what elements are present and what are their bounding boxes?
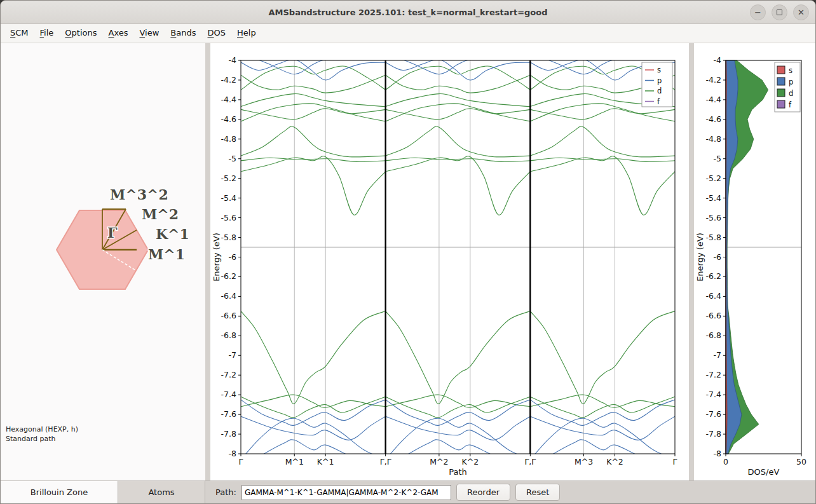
menubar: SCMFileOptionsAxesViewBandsDOSHelp <box>1 24 815 43</box>
lattice-type: Hexagonal (HEXP, h) <box>6 425 78 434</box>
svg-text:-5.6: -5.6 <box>221 213 236 222</box>
dos-yaxis-label: Energy (eV) <box>695 233 705 282</box>
svg-text:K^2: K^2 <box>462 457 479 467</box>
dos-legend: spdf <box>775 62 800 112</box>
band-legend: spdf <box>642 62 672 107</box>
tab-brillouin-zone[interactable]: Brillouin Zone <box>1 481 118 503</box>
path-controls: Path: Reorder Reset <box>210 481 560 503</box>
svg-text:K^2: K^2 <box>606 457 623 467</box>
svg-text:-7.2: -7.2 <box>706 370 721 379</box>
svg-text:-5.4: -5.4 <box>706 193 721 203</box>
svg-text:Γ,Γ: Γ,Γ <box>524 457 536 467</box>
menu-axes[interactable]: Axes <box>103 24 134 43</box>
svg-text:-4.4: -4.4 <box>221 95 236 104</box>
band-xaxis-label: Path <box>449 467 467 477</box>
svg-text:-5: -5 <box>714 154 721 163</box>
menu-help[interactable]: Help <box>231 24 262 43</box>
lattice-caption: Hexagonal (HEXP, h) Standard path <box>6 425 78 444</box>
lattice-path-type: Standard path <box>6 434 78 444</box>
tab-atoms[interactable]: Atoms <box>118 481 205 503</box>
svg-text:Γ: Γ <box>239 457 243 467</box>
bz-label-m3: M^3^2 <box>110 186 168 203</box>
svg-text:-5.8: -5.8 <box>221 233 236 242</box>
svg-text:-6.6: -6.6 <box>221 311 236 320</box>
svg-text:p: p <box>657 76 662 85</box>
svg-text:-6: -6 <box>229 252 237 262</box>
svg-text:-4.2: -4.2 <box>221 75 236 85</box>
svg-text:-8: -8 <box>229 449 237 458</box>
menu-options[interactable]: Options <box>59 24 102 43</box>
svg-text:-7.6: -7.6 <box>706 409 721 419</box>
maximize-button[interactable] <box>772 4 787 20</box>
svg-text:-4.6: -4.6 <box>706 114 721 124</box>
svg-text:-7.2: -7.2 <box>221 370 236 379</box>
svg-text:-4: -4 <box>229 55 237 65</box>
svg-text:K^1: K^1 <box>317 457 334 467</box>
menu-dos[interactable]: DOS <box>202 24 232 43</box>
svg-text:-5.8: -5.8 <box>706 233 721 242</box>
brillouin-panel: M^3^2 M^2 Γ K^1 M^1 Hexagonal (HEXP, h) … <box>1 43 205 480</box>
svg-text:M^3: M^3 <box>575 457 593 467</box>
svg-text:-4.8: -4.8 <box>221 134 236 144</box>
svg-text:d: d <box>789 89 793 98</box>
svg-text:s: s <box>789 66 792 75</box>
reset-button[interactable]: Reset <box>515 484 560 501</box>
dos-panel: -4-4.2-4.4-4.6-4.8-5-5.2-5.4-5.6-5.8-6-6… <box>694 43 815 480</box>
main-content: M^3^2 M^2 Γ K^1 M^1 Hexagonal (HEXP, h) … <box>1 43 815 480</box>
window-title: AMSbandstructure 2025.101: test_k=normal… <box>268 8 547 17</box>
dos-xaxis-label: DOS/eV <box>748 467 780 477</box>
maximize-icon <box>777 10 782 15</box>
svg-text:-7: -7 <box>229 350 236 360</box>
svg-text:d: d <box>657 86 662 95</box>
svg-text:-6.8: -6.8 <box>221 330 236 340</box>
menu-view[interactable]: View <box>134 24 165 43</box>
band-curves <box>241 53 675 470</box>
band-structure-plot: -4-4.2-4.4-4.6-4.8-5-5.2-5.4-5.6-5.8-6-6… <box>210 43 689 480</box>
svg-text:Γ,Γ: Γ,Γ <box>380 457 391 467</box>
svg-text:-6.8: -6.8 <box>706 330 721 340</box>
close-icon: ✕ <box>798 8 805 17</box>
bz-label-m1: M^1 <box>148 246 185 262</box>
svg-text:0: 0 <box>723 457 728 467</box>
titlebar: AMSbandstructure 2025.101: test_k=normal… <box>1 1 815 24</box>
band-structure-panel: -4-4.2-4.4-4.6-4.8-5-5.2-5.4-5.6-5.8-6-6… <box>210 43 689 480</box>
svg-text:-7: -7 <box>714 350 721 360</box>
close-button[interactable]: ✕ <box>793 4 809 20</box>
svg-text:-4.2: -4.2 <box>706 75 721 85</box>
reorder-button[interactable]: Reorder <box>456 484 510 501</box>
svg-text:s: s <box>657 65 661 74</box>
minimize-icon: − <box>754 8 761 17</box>
svg-text:-7.4: -7.4 <box>221 390 236 399</box>
view-tabs: Brillouin Zone Atoms <box>1 481 210 503</box>
svg-text:Γ: Γ <box>673 457 677 467</box>
path-label: Path: <box>215 487 236 497</box>
band-yaxis-label: Energy (eV) <box>212 233 221 282</box>
svg-text:-6.4: -6.4 <box>706 291 721 301</box>
path-input[interactable] <box>241 485 451 500</box>
menu-bands[interactable]: Bands <box>165 24 201 43</box>
svg-text:-5.2: -5.2 <box>221 174 236 183</box>
svg-text:-8: -8 <box>714 449 722 458</box>
svg-text:-6.4: -6.4 <box>221 291 236 301</box>
brillouin-zone-canvas[interactable]: M^3^2 M^2 Γ K^1 M^1 <box>1 43 205 480</box>
dos-plot: -4-4.2-4.4-4.6-4.8-5-5.2-5.4-5.6-5.8-6-6… <box>694 43 815 480</box>
svg-text:M^1: M^1 <box>285 457 304 467</box>
bottombar: Brillouin Zone Atoms Path: Reorder Reset <box>1 480 815 503</box>
minimize-button[interactable]: − <box>750 4 766 20</box>
app-window: AMSbandstructure 2025.101: test_k=normal… <box>0 0 816 504</box>
bz-label-k1: K^1 <box>156 226 189 242</box>
svg-text:-4.4: -4.4 <box>706 95 721 104</box>
svg-text:-4: -4 <box>714 55 722 65</box>
svg-text:-5.6: -5.6 <box>706 213 721 222</box>
svg-text:-5: -5 <box>229 154 236 163</box>
svg-text:M^2: M^2 <box>430 457 448 467</box>
svg-text:-7.8: -7.8 <box>706 429 721 439</box>
svg-text:-7.6: -7.6 <box>221 409 236 419</box>
svg-text:-4.8: -4.8 <box>706 134 721 144</box>
svg-text:-4.6: -4.6 <box>221 114 236 124</box>
menu-file[interactable]: File <box>34 24 60 43</box>
menu-scm[interactable]: SCM <box>4 24 34 43</box>
svg-text:50: 50 <box>796 457 806 467</box>
svg-text:-7.4: -7.4 <box>706 390 721 399</box>
svg-text:-6.6: -6.6 <box>706 311 721 320</box>
